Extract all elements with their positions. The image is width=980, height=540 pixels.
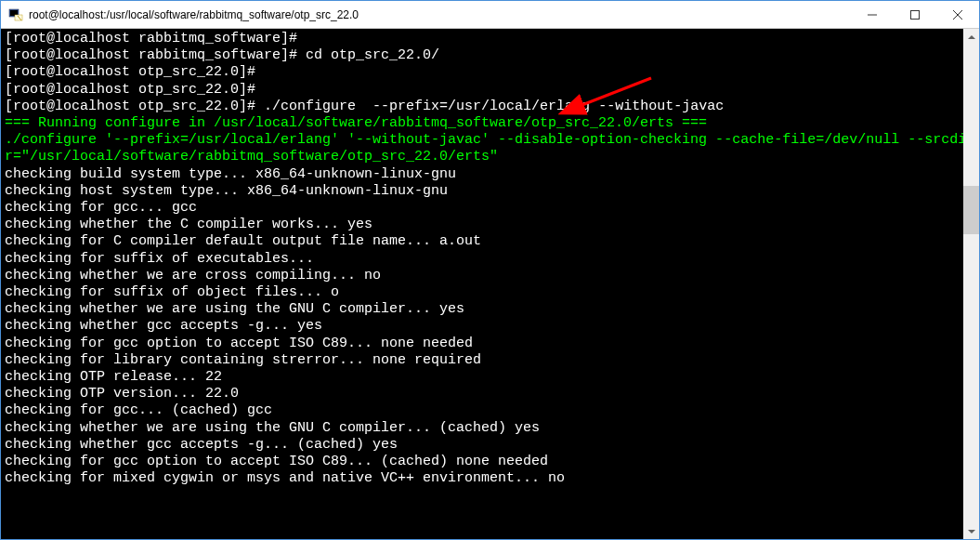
maximize-button[interactable] xyxy=(894,1,936,28)
terminal-output[interactable]: [root@localhost rabbitmq_software]#[root… xyxy=(1,29,979,539)
scroll-thumb[interactable] xyxy=(963,186,979,234)
scroll-track[interactable] xyxy=(963,45,979,523)
scroll-up-button[interactable] xyxy=(963,29,979,45)
terminal-line: checking whether gcc accepts -g... (cach… xyxy=(5,437,975,454)
svg-marker-8 xyxy=(968,35,975,39)
scroll-down-button[interactable] xyxy=(963,523,979,539)
putty-icon xyxy=(8,7,23,22)
terminal-line: checking whether we are cross compiling.… xyxy=(5,268,975,284)
terminal-line: checking for gcc option to accept ISO C8… xyxy=(5,454,975,470)
window-titlebar: root@localhost:/usr/local/software/rabbi… xyxy=(1,1,979,29)
terminal-line: checking whether gcc accepts -g... yes xyxy=(5,318,975,335)
svg-marker-9 xyxy=(968,530,975,533)
terminal-line: checking for gcc... gcc xyxy=(5,200,975,217)
terminal-line: checking whether we are using the GNU C … xyxy=(5,420,975,437)
terminal-line: checking for gcc option to accept ISO C8… xyxy=(5,336,975,352)
terminal-line: [root@localhost rabbitmq_software]# xyxy=(5,31,975,47)
terminal-line: checking host system type... x86_64-unkn… xyxy=(5,183,975,200)
window-controls xyxy=(851,1,979,28)
terminal-line: checking whether the C compiler works...… xyxy=(5,217,975,233)
svg-rect-5 xyxy=(911,10,920,19)
terminal-line: checking for gcc... (cached) gcc xyxy=(5,402,975,419)
terminal-line: === Running configure in /usr/local/soft… xyxy=(5,115,975,132)
terminal-line: [root@localhost otp_src_22.0]# xyxy=(5,64,975,81)
terminal-line: checking build system type... x86_64-unk… xyxy=(5,166,975,183)
terminal-line: ./configure '--prefix=/usr/local/erlang'… xyxy=(5,132,975,149)
terminal-line: checking for mixed cygwin or msys and na… xyxy=(5,470,975,487)
terminal-line: r="/usr/local/software/rabbitmq_software… xyxy=(5,149,975,165)
terminal-line: checking for suffix of object files... o xyxy=(5,284,975,301)
vertical-scrollbar[interactable] xyxy=(963,29,979,539)
terminal-line: [root@localhost rabbitmq_software]# cd o… xyxy=(5,47,975,64)
terminal-line: [root@localhost otp_src_22.0]# xyxy=(5,82,975,99)
terminal-line: checking whether we are using the GNU C … xyxy=(5,301,975,318)
terminal-line: [root@localhost otp_src_22.0]# ./configu… xyxy=(5,99,975,115)
close-button[interactable] xyxy=(936,1,979,28)
terminal-line: checking OTP release... 22 xyxy=(5,369,975,386)
terminal-line: checking for C compiler default output f… xyxy=(5,233,975,250)
terminal-line: checking OTP version... 22.0 xyxy=(5,386,975,402)
minimize-button[interactable] xyxy=(851,1,894,28)
terminal-line: checking for library containing strerror… xyxy=(5,352,975,369)
window-title: root@localhost:/usr/local/software/rabbi… xyxy=(29,8,851,21)
terminal-line: checking for suffix of executables... xyxy=(5,251,975,268)
